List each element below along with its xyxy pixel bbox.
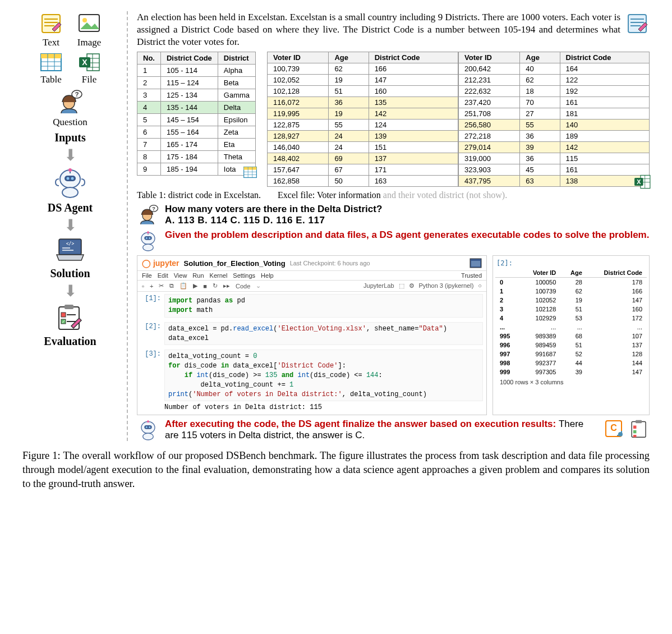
- svg-rect-68: [471, 261, 480, 267]
- svg-rect-70: [144, 425, 151, 429]
- svg-point-28: [62, 187, 78, 197]
- svg-point-26: [68, 168, 72, 172]
- notebook-menu[interactable]: FileEditViewRunKernelSettingsHelp: [142, 272, 274, 279]
- svg-rect-36: [61, 313, 66, 317]
- details-pane: An election has been held in Excelstan. …: [127, 11, 650, 441]
- robot-icon: [53, 167, 87, 198]
- asker-icon: ?: [57, 89, 84, 116]
- svg-text:?: ?: [75, 91, 79, 98]
- output-prompt: [2]:: [495, 258, 647, 268]
- solution-heading: Solution: [50, 267, 90, 280]
- svg-text:✓: ✓: [62, 319, 66, 324]
- svg-rect-80: [633, 426, 637, 429]
- svg-point-72: [149, 426, 150, 428]
- svg-text:?: ?: [152, 206, 155, 212]
- jupyter-notebook: ◯ jupyter Solution_for_Election_Voting L…: [137, 255, 487, 415]
- menu-settings[interactable]: Settings: [233, 272, 255, 279]
- run-icon[interactable]: ▶: [193, 282, 197, 290]
- figure-1: Text Image Table X File ? Question Input…: [22, 11, 650, 441]
- image-icon-cell: Image: [77, 11, 102, 48]
- figure-caption: Figure 1: The overall workflow of our pr…: [22, 449, 650, 491]
- notepad-icon: [625, 11, 650, 36]
- window-icon: [470, 258, 482, 268]
- table-icon: [242, 166, 258, 179]
- svg-rect-46: [244, 167, 257, 170]
- file-label: File: [82, 74, 96, 85]
- question-icon-cell: ? Question: [53, 89, 87, 128]
- forward-icon[interactable]: ▸▸: [223, 282, 230, 290]
- answer-block: After executing the code, the DS agent f…: [137, 419, 650, 441]
- save-icon[interactable]: ▫: [142, 283, 144, 290]
- table-icon: [39, 52, 63, 73]
- kernel-status-icon: ○: [478, 282, 482, 290]
- svg-rect-78: [632, 422, 646, 438]
- workflow-rail: Text Image Table X File ? Question Input…: [22, 11, 118, 441]
- menu-run[interactable]: Run: [192, 272, 204, 279]
- voter-tables: Voter IDAgeDistrict Code100,73962166102,…: [267, 52, 650, 187]
- checklist-icon: ✓: [56, 302, 85, 332]
- restart-icon[interactable]: ↻: [213, 282, 218, 290]
- copy-icon[interactable]: ⧉: [169, 282, 174, 290]
- file-icon-cell: X File: [77, 52, 102, 85]
- text-label: Text: [43, 37, 59, 48]
- code-cell-3[interactable]: [3]: delta_voting_count = 0 for dis_code…: [137, 347, 486, 403]
- menu-help[interactable]: Help: [261, 272, 274, 279]
- table-label: Table: [40, 74, 62, 85]
- svg-text:X: X: [637, 178, 641, 185]
- svg-rect-7: [41, 54, 61, 58]
- notebook-title: Solution_for_Election_Voting: [184, 259, 286, 268]
- cell-type-dropdown[interactable]: Code: [236, 283, 250, 290]
- menu-edit[interactable]: Edit: [158, 272, 168, 279]
- svg-point-24: [67, 177, 70, 180]
- svg-rect-0: [42, 15, 60, 33]
- inputs-heading: Inputs: [54, 131, 86, 144]
- arrow-icon: ⬇: [64, 218, 77, 233]
- robot-icon: [137, 229, 159, 252]
- svg-point-64: [147, 232, 149, 234]
- question-options: A. 113 B. 114 C. 115 D. 116 E. 117: [165, 215, 382, 226]
- table1-caption: Table 1: district code in Excelstan.: [137, 190, 261, 200]
- cut-icon[interactable]: ✂: [159, 282, 164, 290]
- svg-rect-41: [628, 15, 646, 33]
- menu-file[interactable]: File: [142, 272, 152, 279]
- excel-file-icon: X: [77, 52, 102, 73]
- dataframe-output: [2]: Voter IDAgeDistrict Code01000502817…: [493, 255, 650, 415]
- question-block: ? How many voters are there in the Delta…: [137, 204, 650, 226]
- svg-point-63: [149, 237, 150, 239]
- asker-icon: ?: [137, 204, 159, 226]
- svg-text:C: C: [610, 423, 617, 433]
- robot-icon: [137, 419, 159, 441]
- voter-table-left: Voter IDAgeDistrict Code100,73962166102,…: [267, 52, 458, 187]
- scenario-text: An election has been held in Excelstan. …: [137, 11, 620, 48]
- table-icon-cell: Table: [39, 52, 63, 85]
- arrow-icon: ⬇: [64, 148, 77, 163]
- stop-icon[interactable]: ■: [203, 283, 207, 290]
- paste-icon[interactable]: 📋: [179, 282, 187, 290]
- svg-rect-23: [65, 176, 76, 181]
- svg-point-5: [82, 18, 87, 22]
- jupyterlab-link[interactable]: JupyterLab: [363, 282, 394, 290]
- tables-container: No.District CodeDistrict1105 - 114Alpha2…: [137, 52, 650, 187]
- notebook-toolbar[interactable]: ▫ + ✂ ⧉ 📋 ▶ ■ ↻ ▸▸ Code ⌄ JupyterLab ⬚ ⚙: [137, 281, 486, 292]
- image-icon: [77, 11, 102, 36]
- svg-text:X: X: [82, 58, 88, 67]
- svg-point-25: [71, 177, 74, 180]
- menu-kernel[interactable]: Kernel: [210, 272, 228, 279]
- answer-red: After executing the code, the DS agent f…: [165, 419, 559, 429]
- svg-rect-81: [633, 430, 637, 434]
- excel-file-icon: X: [633, 173, 652, 190]
- code-cell-2[interactable]: [2]: data_excel = pd.read_excel('Electio…: [137, 320, 486, 348]
- add-icon[interactable]: +: [150, 283, 153, 290]
- dataframe-footer: 1000 rows × 3 columns: [495, 376, 647, 388]
- image-label: Image: [77, 37, 101, 48]
- svg-point-73: [147, 421, 149, 423]
- voter-table-right: Voter IDAgeDistrict Code200,64240164212,…: [458, 52, 650, 187]
- checklist-icon: [629, 419, 650, 439]
- answer-card-icon: C: [604, 419, 624, 439]
- code-cell-1[interactable]: [1]: import pandas as pd import math: [137, 292, 486, 320]
- laptop-code-icon: </>: [53, 237, 87, 264]
- svg-point-74: [143, 433, 154, 440]
- settings-icon[interactable]: ⚙: [409, 282, 415, 290]
- ds-agent-heading: DS Agent: [48, 201, 93, 214]
- menu-view[interactable]: View: [174, 272, 187, 279]
